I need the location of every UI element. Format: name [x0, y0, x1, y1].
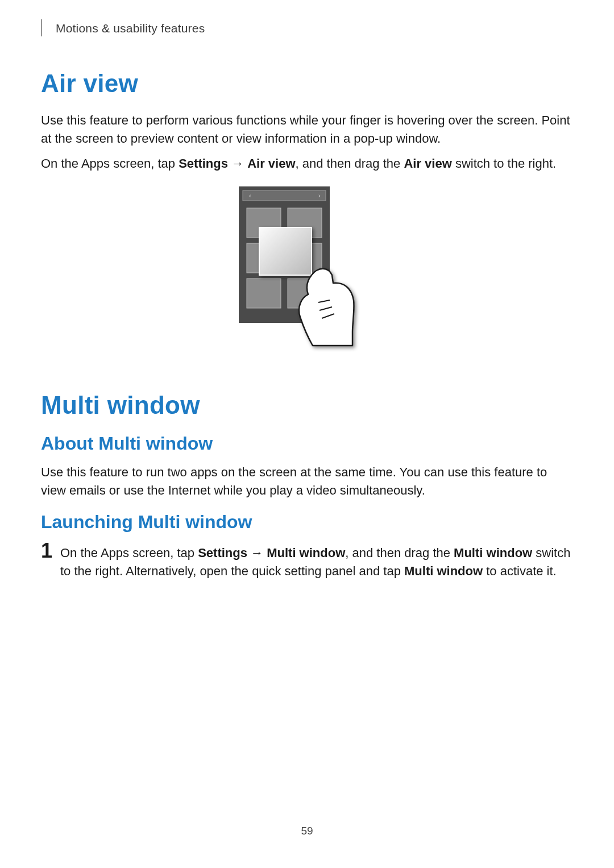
text: switch to the right.: [452, 156, 556, 171]
multi-window-label: Multi window: [404, 564, 483, 578]
step-1: 1 On the Apps screen, tap Settings → Mul…: [41, 542, 573, 580]
svg-rect-1: [243, 190, 326, 201]
text: , and then drag the: [345, 546, 454, 560]
breadcrumb: Motions & usability features: [56, 22, 205, 35]
step-1-text: On the Apps screen, tap Settings → Multi…: [60, 542, 573, 580]
multi-window-label: Multi window: [454, 546, 532, 560]
svg-rect-8: [247, 279, 281, 308]
phone-hover-icon: ‹ ›: [233, 186, 381, 357]
arrow: →: [247, 546, 267, 560]
step-number: 1: [41, 541, 60, 561]
page-number: 59: [0, 825, 614, 837]
text: , and then drag the: [296, 156, 404, 171]
arrow: →: [228, 156, 247, 171]
text: On the Apps screen, tap: [41, 156, 179, 171]
manual-page: Motions & usability features Air view Us…: [0, 0, 614, 868]
svg-rect-10: [259, 227, 312, 275]
about-multi-window-text: Use this feature to run two apps on the …: [41, 463, 573, 500]
text: to activate it.: [483, 564, 557, 578]
settings-label: Settings: [198, 546, 247, 560]
multi-window-label: Multi window: [267, 546, 345, 560]
header-rule: [41, 19, 43, 36]
heading-air-view: Air view: [41, 69, 573, 98]
subheading-launching-multi-window: Launching Multi window: [41, 512, 573, 533]
page-header: Motions & usability features: [41, 20, 573, 36]
svg-text:‹: ‹: [249, 192, 251, 199]
settings-label: Settings: [179, 156, 228, 171]
svg-text:›: ›: [318, 192, 321, 199]
text: On the Apps screen, tap: [60, 546, 198, 560]
air-view-illustration: ‹ ›: [41, 186, 573, 357]
air-view-description: Use this feature to perform various func…: [41, 111, 573, 148]
subheading-about-multi-window: About Multi window: [41, 433, 573, 454]
air-view-label: Air view: [247, 156, 295, 171]
air-view-instruction: On the Apps screen, tap Settings → Air v…: [41, 155, 573, 173]
heading-multi-window: Multi window: [41, 391, 573, 420]
air-view-label: Air view: [404, 156, 451, 171]
